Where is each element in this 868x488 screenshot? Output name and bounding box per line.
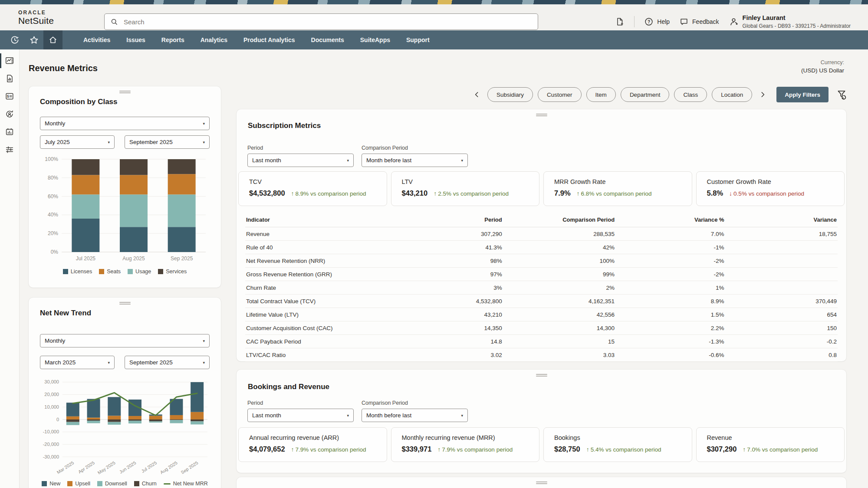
filter-chips: SubsidiaryCustomerItemDepartmentClassLoc… bbox=[487, 87, 752, 102]
select-value: Last month bbox=[252, 157, 343, 164]
nav-item-reports[interactable]: Reports bbox=[161, 36, 184, 43]
home-button[interactable] bbox=[43, 30, 62, 49]
filter-chip-department[interactable]: Department bbox=[621, 87, 670, 102]
filters-scroll-left-button[interactable] bbox=[471, 89, 483, 100]
kpi-card-customer-growth-rate: Customer Growth Rate5.8%↓0.5% vs compari… bbox=[696, 171, 845, 206]
help-button[interactable]: ? Help bbox=[644, 17, 670, 26]
filters-scroll-right-button[interactable] bbox=[757, 89, 768, 100]
sidebar-item-customers[interactable] bbox=[0, 105, 19, 123]
kpi-delta: ↑8.9% vs comparison period bbox=[291, 190, 366, 197]
feedback-button[interactable]: Feedback bbox=[679, 17, 719, 26]
cell: 654 bbox=[725, 308, 838, 321]
drag-handle[interactable] bbox=[536, 112, 547, 118]
cell bbox=[725, 281, 838, 295]
filter-chip-item[interactable]: Item bbox=[586, 87, 616, 102]
kpi-card-mrr-growth-rate: MRR Growth Rate7.9%↑6.8% vs comparison p… bbox=[543, 171, 692, 206]
cell: Total Contract Value (TCV) bbox=[245, 295, 423, 308]
comparison-period-select[interactable]: Month before last ▾ bbox=[362, 409, 468, 422]
nav-item-issues[interactable]: Issues bbox=[126, 36, 145, 43]
table-row: Churn Rate3%2%1% bbox=[245, 281, 838, 295]
svg-text:0: 0 bbox=[56, 417, 59, 422]
customer-renewal-icon bbox=[5, 109, 14, 119]
svg-text:80%: 80% bbox=[48, 175, 58, 181]
column-header-variance: Variance % bbox=[615, 213, 725, 227]
column-header-period: Period bbox=[423, 213, 503, 227]
comparison-period-select[interactable]: Month before last ▾ bbox=[362, 154, 468, 167]
clear-filters-button[interactable] bbox=[836, 89, 847, 100]
nav-item-documents[interactable]: Documents bbox=[311, 36, 344, 43]
legend-swatch bbox=[67, 481, 72, 486]
arrow-up-icon: ↑ bbox=[291, 190, 294, 197]
user-icon bbox=[729, 16, 739, 27]
legend-label: Services bbox=[166, 269, 187, 275]
global-search[interactable] bbox=[104, 13, 538, 30]
cell: -0.2 bbox=[725, 335, 838, 348]
kpi-card-tcv: TCV$4,532,800↑8.9% vs comparison period bbox=[238, 171, 387, 206]
sidebar-item-reports[interactable] bbox=[0, 70, 19, 87]
table-row: Revenue307,290288,5357.0%18,755 bbox=[245, 227, 838, 241]
cell: 7.0% bbox=[615, 227, 725, 241]
cell: 14,350 bbox=[423, 321, 503, 335]
sidebar-item-dashboards[interactable] bbox=[0, 52, 19, 69]
cell: LTV/CAC Ratio bbox=[245, 348, 423, 362]
interval-select[interactable]: Monthly ▾ bbox=[40, 334, 210, 347]
filter-chip-customer[interactable]: Customer bbox=[538, 87, 582, 102]
kpi-card-monthly-recurring-revenue-mrr: Monthly recurring revenue (MRR)$339,971↑… bbox=[391, 427, 540, 462]
to-period-select[interactable]: September 2025 ▾ bbox=[125, 356, 210, 369]
svg-text:Jun 2025: Jun 2025 bbox=[118, 460, 137, 475]
kpi-delta: ↑2.5% vs comparison period bbox=[434, 190, 509, 197]
period-select[interactable]: Last month ▾ bbox=[247, 409, 354, 422]
new-document-button[interactable] bbox=[615, 17, 625, 26]
filter-chip-class[interactable]: Class bbox=[674, 87, 707, 102]
legend-label: Seats bbox=[107, 269, 121, 275]
chevron-down-icon: ▾ bbox=[461, 158, 463, 163]
drag-handle[interactable] bbox=[536, 480, 547, 485]
legend-label: Churn bbox=[142, 481, 157, 487]
to-period-select[interactable]: September 2025 ▾ bbox=[125, 135, 210, 149]
kpi-label: Monthly recurring revenue (MRR) bbox=[402, 434, 529, 441]
cell: 3.03 bbox=[503, 348, 615, 362]
drag-handle[interactable] bbox=[119, 301, 131, 306]
cell: 370,449 bbox=[725, 295, 838, 308]
svg-text:30,000: 30,000 bbox=[44, 379, 59, 384]
nav-item-analytics[interactable]: Analytics bbox=[201, 36, 227, 43]
shortcuts-button[interactable] bbox=[24, 30, 43, 49]
sliders-icon bbox=[5, 145, 14, 154]
comparison-period-label: Comparison Period bbox=[362, 145, 468, 151]
recents-button[interactable] bbox=[5, 30, 24, 49]
nav-item-product-analytics[interactable]: Product Analytics bbox=[243, 36, 295, 43]
from-period-select[interactable]: July 2025 ▾ bbox=[40, 135, 115, 149]
netsuite-logo[interactable]: ORACLE NetSuite bbox=[18, 10, 54, 25]
kpi-label: LTV bbox=[402, 178, 529, 185]
filter-chip-subsidiary[interactable]: Subsidiary bbox=[487, 87, 533, 102]
cell: 1% bbox=[615, 281, 725, 295]
legend-swatch bbox=[97, 481, 102, 486]
drag-handle[interactable] bbox=[119, 89, 131, 95]
sidebar-item-billing[interactable]: $ bbox=[0, 88, 19, 105]
nav-item-suiteapps[interactable]: SuiteApps bbox=[360, 36, 390, 43]
legend-swatch bbox=[128, 269, 133, 274]
composition-by-class-panel: Composition by Class Monthly ▾ July 2025… bbox=[29, 86, 221, 288]
sidebar-item-filters[interactable] bbox=[0, 141, 19, 158]
user-menu[interactable]: Finley Laurant Global Gears - DB93 - 339… bbox=[729, 14, 851, 29]
arrow-up-icon: ↑ bbox=[577, 190, 580, 197]
kpi-value: 7.9% bbox=[554, 189, 571, 197]
chevron-down-icon: ▾ bbox=[203, 360, 205, 365]
nav-item-activities[interactable]: Activities bbox=[83, 36, 110, 43]
kpi-card-bookings: Bookings$28,750↑5.4% vs comparison perio… bbox=[543, 427, 692, 462]
kpi-label: Bookings bbox=[554, 434, 681, 441]
select-value: Monthly bbox=[45, 120, 199, 127]
interval-select[interactable]: Monthly ▾ bbox=[40, 117, 210, 130]
period-select[interactable]: Last month ▾ bbox=[247, 154, 354, 167]
sidebar-item-schedule[interactable] bbox=[0, 123, 19, 141]
search-input[interactable] bbox=[123, 18, 533, 26]
from-period-select[interactable]: March 2025 ▾ bbox=[40, 356, 115, 369]
apply-filters-button[interactable]: Apply Filters bbox=[776, 87, 829, 102]
filter-chip-location[interactable]: Location bbox=[712, 87, 752, 102]
kpi-label: Revenue bbox=[707, 434, 834, 441]
svg-text:Aug 2025: Aug 2025 bbox=[122, 255, 145, 262]
drag-handle[interactable] bbox=[536, 373, 547, 378]
nav-item-support[interactable]: Support bbox=[406, 36, 430, 43]
composition-legend: LicensesSeatsUsageServices bbox=[29, 269, 221, 275]
legend-item-upsell: Upsell bbox=[67, 481, 90, 487]
